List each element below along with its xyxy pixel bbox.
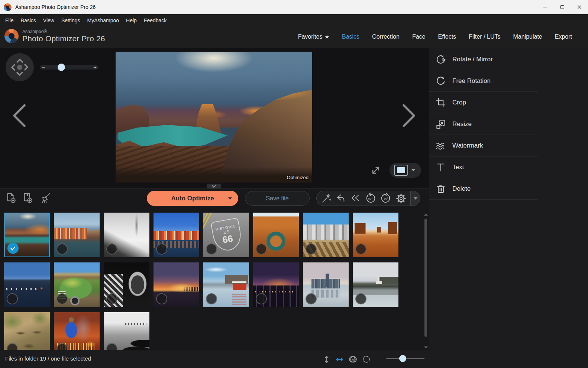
tab-export[interactable]: Export (555, 33, 572, 40)
rotate-right-90-icon[interactable]: 90° (380, 193, 392, 204)
selection-circle[interactable] (7, 293, 18, 304)
selection-circle[interactable] (306, 243, 317, 255)
thumbnail-green-truck[interactable] (54, 262, 100, 307)
thumbnail-harbor-boathouses[interactable] (154, 213, 199, 257)
menu-settings[interactable]: Settings (61, 17, 80, 23)
fit-height-icon[interactable] (322, 355, 332, 364)
close-button[interactable] (571, 0, 588, 14)
undo-icon[interactable] (335, 193, 346, 204)
selection-circle[interactable] (156, 243, 167, 255)
scrollbar-up-arrow[interactable] (424, 213, 428, 216)
brand-swirl-icon (4, 29, 19, 43)
sidebar-item-watermark[interactable]: Watermark (429, 135, 538, 156)
clear-list-broom-icon[interactable] (39, 192, 51, 205)
selection-circle[interactable] (106, 293, 117, 304)
selection-circle[interactable] (256, 293, 267, 304)
tab-favorites[interactable]: Favorites★ (298, 33, 329, 40)
add-folder-button[interactable] (22, 192, 33, 205)
next-image-button[interactable] (401, 103, 417, 129)
selection-circle[interactable] (355, 243, 366, 255)
photo-bottom-shadow (116, 167, 312, 183)
compare-view-button[interactable] (390, 163, 421, 178)
thumbnail-mailboxes[interactable] (303, 213, 349, 257)
tab-face[interactable]: Face (412, 33, 426, 40)
sidebar-item-resize[interactable]: Resize (429, 113, 538, 135)
edit-actions-dropdown[interactable] (410, 191, 420, 206)
selection-circle[interactable] (206, 293, 217, 304)
tab-manipulate[interactable]: Manipulate (513, 33, 542, 40)
tab-effects[interactable]: Effects (438, 33, 456, 40)
selection-circle[interactable] (206, 243, 217, 255)
scrollbar-down-arrow[interactable] (424, 346, 428, 349)
tools-sidebar: Rotate / Mirror Free Rotation Crop Resiz… (429, 48, 588, 368)
thumbnail-city-night[interactable] (253, 262, 299, 307)
selection-circle[interactable] (56, 343, 68, 350)
previous-image-button[interactable] (11, 103, 27, 129)
thumbnail-red-boathouse[interactable] (203, 262, 249, 307)
selection-circle[interactable] (106, 243, 117, 255)
sidebar-item-delete[interactable]: Delete (429, 178, 538, 200)
rotate-left-90-icon[interactable]: 90° (365, 193, 376, 204)
menu-view[interactable]: View (43, 17, 54, 23)
thumbnail-fog-bridge-bw[interactable] (104, 213, 149, 257)
thumbnail-buddha-statue[interactable] (4, 312, 50, 350)
chevron-down-icon[interactable] (411, 169, 415, 171)
zoom-slider-thumb[interactable] (58, 64, 65, 71)
thumbnail-sunset-bay[interactable] (154, 262, 199, 307)
auto-optimize-button[interactable]: Auto Optimize (147, 191, 238, 206)
sidebar-item-rotate-mirror[interactable]: Rotate / Mirror (429, 48, 538, 70)
thumbnail-venice-gondolas-bw[interactable] (104, 312, 149, 350)
selection-circle[interactable] (306, 293, 317, 304)
menu-myashampoo[interactable]: MyAshampoo (87, 17, 119, 23)
selected-check-icon[interactable] (7, 243, 19, 254)
undo-all-icon[interactable] (350, 193, 361, 204)
add-images-button[interactable] (5, 192, 17, 205)
refresh-dashed-icon[interactable] (361, 354, 371, 364)
selection-circle[interactable] (156, 293, 167, 304)
selection-circle[interactable] (355, 293, 366, 304)
selection-circle[interactable] (256, 243, 267, 255)
selection-circle[interactable] (106, 343, 117, 350)
zoom-slider[interactable]: − + (40, 65, 98, 70)
pan-control[interactable] (6, 53, 34, 81)
zoom-out-icon[interactable]: − (40, 65, 47, 69)
selection-circle[interactable] (56, 293, 68, 304)
gear-icon[interactable] (395, 193, 407, 204)
magic-wand-icon[interactable] (321, 193, 332, 204)
thumbnail-lofoten-harbor[interactable] (4, 262, 50, 307)
sidebar-item-text[interactable]: Text (429, 156, 538, 178)
tab-correction[interactable]: Correction (372, 33, 400, 40)
thumbnail-manarola-village[interactable] (54, 213, 100, 257)
maximize-button[interactable] (554, 0, 571, 14)
thumbnail-horseshoe-bend[interactable] (253, 213, 299, 257)
selection-circle[interactable] (56, 243, 68, 255)
thumbnail-lake-bled-church[interactable] (353, 262, 398, 307)
thumbnail-monument-valley[interactable] (353, 213, 398, 257)
chevron-down-icon[interactable] (228, 197, 232, 200)
fullscreen-icon[interactable] (369, 164, 382, 177)
menu-feedback[interactable]: Feedback (144, 17, 167, 23)
fit-width-icon[interactable] (335, 355, 345, 364)
scrollbar-thumb[interactable] (424, 219, 427, 337)
minimize-button[interactable] (537, 0, 554, 14)
sidebar-item-crop[interactable]: Crop (429, 92, 538, 113)
thumbnail-skyline-reflection[interactable] (303, 262, 349, 307)
thumbnail-route-66[interactable]: HISTORIC US 66 (203, 213, 249, 257)
watermark-icon (429, 140, 452, 151)
thumbnail-incense-offering[interactable] (54, 312, 100, 350)
select-optimized-icon[interactable] (348, 354, 358, 364)
tab-basics[interactable]: Basics (342, 33, 359, 40)
selection-circle[interactable] (7, 343, 18, 350)
save-file-button[interactable]: Save file (245, 191, 310, 206)
menu-file[interactable]: File (5, 17, 14, 23)
tab-filter-luts[interactable]: Filter / LUTs (469, 33, 500, 40)
menu-basics[interactable]: Basics (21, 17, 36, 23)
thumbnail-size-slider-thumb[interactable] (399, 355, 406, 362)
zoom-in-icon[interactable]: + (91, 65, 98, 69)
menu-help[interactable]: Help (126, 17, 137, 23)
collapse-preview-tab[interactable] (207, 184, 221, 188)
sidebar-item-free-rotation[interactable]: Free Rotation (429, 70, 538, 92)
thumbnail-canyon-lake[interactable] (4, 213, 50, 257)
thumbnail-stairs-archway-bw[interactable] (104, 262, 149, 307)
optimized-badge: Optimized (287, 175, 308, 180)
